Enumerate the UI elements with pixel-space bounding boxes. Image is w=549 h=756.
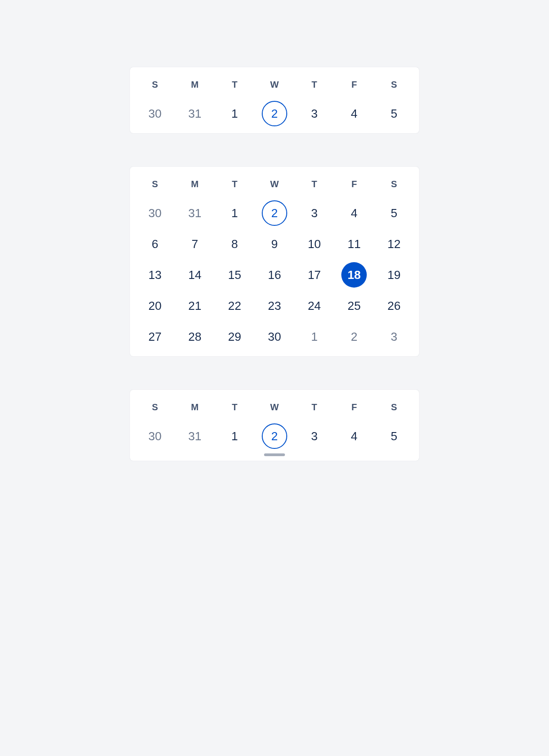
day-cell[interactable]: 3 — [302, 200, 327, 226]
week-row: 20212223242526 — [142, 293, 407, 318]
weekday-label: M — [182, 174, 208, 195]
weekday-label: F — [341, 74, 367, 95]
weekday-label: T — [222, 74, 247, 95]
day-cell[interactable]: 11 — [341, 231, 367, 257]
day-cell[interactable]: 6 — [142, 231, 168, 257]
day-cell[interactable]: 23 — [262, 293, 287, 318]
day-cell[interactable]: 9 — [262, 231, 287, 257]
drag-handle[interactable] — [264, 453, 285, 456]
day-cell[interactable]: 25 — [341, 293, 367, 318]
week-row: 303112345 — [142, 423, 407, 449]
weekday-label: M — [182, 74, 208, 95]
day-cell[interactable]: 8 — [222, 231, 247, 257]
week-row: 6789101112 — [142, 231, 407, 257]
today-cell[interactable]: 2 — [262, 423, 287, 449]
day-cell[interactable]: 13 — [142, 262, 168, 288]
day-cell[interactable]: 28 — [182, 324, 208, 349]
day-cell[interactable]: 30 — [142, 423, 168, 449]
day-cell[interactable]: 10 — [302, 231, 327, 257]
weekday-label: S — [142, 74, 168, 95]
weekday-label: T — [222, 174, 247, 195]
calendar-panel: SMTWTFS303112345 — [130, 67, 419, 133]
day-cell[interactable]: 30 — [262, 324, 287, 349]
day-cell[interactable]: 19 — [381, 262, 407, 288]
day-cell[interactable]: 20 — [142, 293, 168, 318]
day-cell[interactable]: 31 — [182, 200, 208, 226]
weekday-label: S — [381, 397, 407, 418]
week-row: 303112345 — [142, 101, 407, 126]
day-cell[interactable]: 12 — [381, 231, 407, 257]
day-cell[interactable]: 1 — [222, 423, 247, 449]
day-cell[interactable]: 2 — [341, 324, 367, 349]
weekday-label: T — [302, 397, 327, 418]
day-cell[interactable]: 1 — [222, 101, 247, 126]
weekday-label: S — [381, 74, 407, 95]
weekday-label: F — [341, 397, 367, 418]
day-cell[interactable]: 27 — [142, 324, 168, 349]
week-row: 13141516171819 — [142, 262, 407, 288]
weekday-label: S — [142, 397, 168, 418]
day-cell[interactable]: 24 — [302, 293, 327, 318]
day-cell[interactable]: 15 — [222, 262, 247, 288]
week-header: SMTWTFS — [142, 74, 407, 95]
week-row: 303112345 — [142, 200, 407, 226]
week-header: SMTWTFS — [142, 174, 407, 195]
day-cell[interactable]: 5 — [381, 200, 407, 226]
weekday-label: T — [302, 174, 327, 195]
weekday-label: T — [222, 397, 247, 418]
weekday-label: W — [262, 397, 287, 418]
weekday-label: W — [262, 74, 287, 95]
day-cell[interactable]: 30 — [142, 200, 168, 226]
day-cell[interactable]: 17 — [302, 262, 327, 288]
weekday-label: W — [262, 174, 287, 195]
day-cell[interactable]: 1 — [302, 324, 327, 349]
calendar-panel: SMTWTFS303112345678910111213141516171819… — [130, 167, 419, 356]
day-cell[interactable]: 5 — [381, 101, 407, 126]
day-cell[interactable]: 4 — [341, 200, 367, 226]
day-cell[interactable]: 22 — [222, 293, 247, 318]
day-cell[interactable]: 3 — [302, 101, 327, 126]
week-row: 27282930123 — [142, 324, 407, 349]
day-cell[interactable]: 30 — [142, 101, 168, 126]
day-cell[interactable]: 31 — [182, 423, 208, 449]
day-cell[interactable]: 5 — [381, 423, 407, 449]
day-cell[interactable]: 1 — [222, 200, 247, 226]
weekday-label: F — [341, 174, 367, 195]
day-cell[interactable]: 31 — [182, 101, 208, 126]
day-cell[interactable]: 3 — [381, 324, 407, 349]
day-cell[interactable]: 14 — [182, 262, 208, 288]
day-cell[interactable]: 7 — [182, 231, 208, 257]
day-cell[interactable]: 4 — [341, 101, 367, 126]
selected-day-cell[interactable]: 18 — [341, 262, 367, 288]
day-cell[interactable]: 16 — [262, 262, 287, 288]
today-cell[interactable]: 2 — [262, 101, 287, 126]
day-cell[interactable]: 4 — [341, 423, 367, 449]
day-cell[interactable]: 29 — [222, 324, 247, 349]
weekday-label: S — [381, 174, 407, 195]
day-cell[interactable]: 3 — [302, 423, 327, 449]
today-cell[interactable]: 2 — [262, 200, 287, 226]
calendar-panel: SMTWTFS303112345 — [130, 390, 419, 461]
weekday-label: M — [182, 397, 208, 418]
weekday-label: S — [142, 174, 168, 195]
day-cell[interactable]: 26 — [381, 293, 407, 318]
day-cell[interactable]: 21 — [182, 293, 208, 318]
weekday-label: T — [302, 74, 327, 95]
week-header: SMTWTFS — [142, 397, 407, 418]
